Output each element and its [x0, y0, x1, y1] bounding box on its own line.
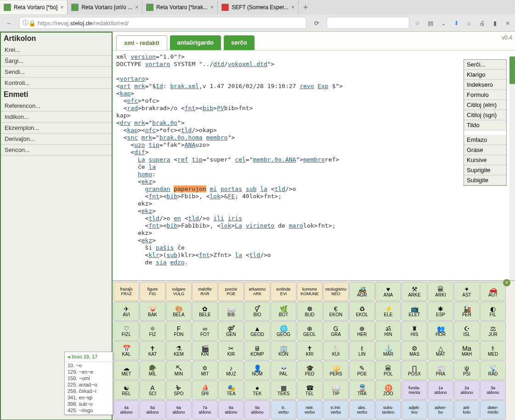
palette-cell[interactable]: 🏛ARKI: [428, 282, 453, 301]
palette-cell[interactable]: 🎓PED: [297, 361, 323, 380]
palette-cell[interactable]: 🌐GEOG: [271, 321, 296, 341]
palette-cell[interactable]: 🎭TEA: [218, 381, 244, 400]
download-icon[interactable]: ⬇: [452, 20, 461, 27]
hint-row[interactable]: 341. en~igi: [65, 394, 113, 401]
palette-cell[interactable]: malofteRAR: [192, 282, 218, 301]
palette-cell[interactable]: ⊕HER: [349, 321, 375, 341]
palette-cell[interactable]: 🚜AGR: [349, 282, 375, 301]
palette-cell[interactable]: 🪖MIL: [140, 361, 165, 380]
palette-cell[interactable]: 👥HOR: [428, 321, 453, 341]
palette-cell[interactable]: evitindeEVI: [271, 282, 296, 301]
right-panel-item[interactable]: Emfazo: [464, 135, 506, 145]
palette-cell[interactable]: ☸BUD: [297, 302, 323, 321]
xml-editor[interactable]: xml version="1.0"?> DOCTYPE vortaro SYST…: [113, 50, 515, 280]
palette-cell[interactable]: neologismoNEO: [323, 282, 349, 301]
palette-cell[interactable]: ✎POE: [349, 361, 375, 380]
new-tab-button[interactable]: +: [299, 3, 313, 12]
sidebar-item[interactable]: Kontroli...: [1, 78, 112, 89]
palette-cell[interactable]: ▲GEOD: [244, 321, 270, 341]
palette-cell[interactable]: 👤NOM: [244, 361, 270, 380]
tab-close-icon[interactable]: ×: [135, 4, 138, 11]
palette-cell[interactable]: FFON: [166, 321, 192, 341]
palette-cell[interactable]: ♥ANA: [375, 282, 401, 301]
palette-cell[interactable]: ⚒ARKE: [402, 282, 427, 301]
palette-cell[interactable]: figureFIG: [140, 282, 165, 301]
palette-cell[interactable]: subs-tantivo: [375, 400, 401, 420]
right-panel-item[interactable]: Citiloj (sgn): [464, 110, 506, 120]
palette-cell[interactable]: 🎨BELA: [166, 302, 192, 321]
palette-cell[interactable]: poeziePOE: [218, 282, 244, 301]
sidebar-item[interactable]: Indikon...: [1, 112, 112, 123]
palette-cell[interactable]: ∞FOT: [192, 321, 218, 341]
palette-cell[interactable]: 8aaldono: [218, 400, 244, 420]
palette-cell[interactable]: ✿BELE: [192, 302, 218, 321]
palette-cell[interactable]: ℓLIN: [349, 341, 375, 360]
palette-cell[interactable]: 🖥KOMP: [244, 341, 270, 360]
sidebar-item[interactable]: Sencon...: [1, 145, 112, 156]
browser-search-input[interactable]: [327, 17, 409, 29]
palette-cell[interactable]: ☁MET: [113, 361, 139, 380]
right-panel-item[interactable]: Serĉi...: [464, 60, 506, 70]
palette-cell[interactable]: ♜HIS: [402, 321, 427, 341]
browser-tab[interactable]: SEFT (Somera Esper...×: [218, 0, 299, 14]
palette-cell[interactable]: ✱ESP: [428, 302, 453, 321]
right-panel-item[interactable]: Subigite: [464, 175, 506, 185]
palette-cell[interactable]: 📡RAD: [480, 361, 506, 380]
right-panel-item[interactable]: Formulo: [464, 90, 506, 100]
right-panel-item[interactable]: Citiloj (elm): [464, 100, 506, 110]
scrollbar-thumb[interactable]: [509, 56, 515, 84]
palette-cell[interactable]: 🌿BOT: [271, 302, 296, 321]
pocket-icon[interactable]: ⌄: [439, 20, 448, 27]
sidebar-item[interactable]: Ekzemplon...: [1, 123, 112, 134]
palette-cell[interactable]: ♻EKOL: [349, 302, 375, 321]
browser-tab[interactable]: Reta Vortaro [orl/o ...×: [68, 0, 142, 14]
reload-button[interactable]: ⟳: [310, 17, 323, 29]
palette-cell[interactable]: ⚗KEM: [166, 341, 192, 360]
back-button[interactable]: ←: [3, 17, 16, 29]
palette-cell[interactable]: 📰PRA: [428, 361, 453, 380]
palette-cell[interactable]: ✝KRI: [297, 341, 323, 360]
palette-cell[interactable]: GGRA: [323, 321, 349, 341]
palette-cell[interactable]: MaMAH: [454, 341, 480, 360]
palette-cell[interactable]: adver-bo: [428, 400, 453, 420]
palette-cell[interactable]: 1aaldono: [428, 381, 453, 400]
hint-row[interactable]: 225. antaŭ~o: [65, 381, 113, 388]
editor-tab[interactable]: serĉo: [224, 35, 255, 50]
library-icon[interactable]: ▤: [426, 20, 435, 27]
palette-cell[interactable]: ▦TEKS: [271, 381, 296, 400]
palette-cell[interactable]: ✂KIR: [218, 341, 244, 360]
palette-cell[interactable]: ∏POSX: [402, 361, 427, 380]
palette-cell[interactable]: ⚤GEN: [218, 321, 244, 341]
palette-cell[interactable]: ॐHIN: [375, 321, 401, 341]
palette-cell[interactable]: 📖TIP: [323, 381, 349, 400]
palette-cell[interactable]: arti-kolo: [454, 400, 480, 420]
right-panel-item[interactable]: Indeksero: [464, 80, 506, 90]
palette-cell[interactable]: vulgareVULG: [166, 282, 192, 301]
palette-cell[interactable]: ⊕GEOL: [297, 321, 323, 341]
palette-cell[interactable]: ✦AST: [454, 282, 480, 301]
palette-cell[interactable]: funda-menta: [402, 381, 427, 400]
sidebar-item[interactable]: Sendi...: [1, 67, 112, 78]
palette-cell[interactable]: 💀PAL: [271, 361, 296, 380]
palette-cell[interactable]: 📅KAL: [113, 341, 139, 360]
sidebar-item[interactable]: Derivaĵon...: [1, 134, 112, 145]
sidebar-item[interactable]: Referencon...: [1, 101, 112, 112]
palette-cell[interactable]: ⛵SHI: [192, 381, 218, 400]
right-panel-item[interactable]: Grase: [464, 145, 506, 155]
palette-cell[interactable]: frazaĵoFRAZ: [113, 282, 139, 301]
right-panel-item[interactable]: Kursive: [464, 155, 506, 165]
hint-row[interactable]: 398. sub~o: [65, 401, 113, 407]
tab-close-icon[interactable]: ×: [210, 4, 214, 11]
palette-cell[interactable]: 🏛POL: [375, 361, 401, 380]
palette-cell[interactable]: 🎬KIN: [192, 341, 218, 360]
palette-cell[interactable]: 2aaldono: [454, 381, 480, 400]
print-icon[interactable]: 🖨: [477, 20, 487, 27]
palette-cell[interactable]: adjek-tivo: [402, 400, 427, 420]
palette-cell[interactable]: 🏢KON: [271, 341, 296, 360]
palette-cell[interactable]: ♪MUZ: [218, 361, 244, 380]
browser-tab[interactable]: Reta Vortaro [*bo]×: [0, 0, 68, 14]
palette-cell[interactable]: 4aaldono: [113, 400, 139, 420]
editor-tab[interactable]: antaŭrigardo: [170, 35, 221, 50]
palette-cell[interactable]: 3aaldono: [480, 381, 506, 400]
sidebar-item[interactable]: Krei...: [1, 45, 112, 56]
